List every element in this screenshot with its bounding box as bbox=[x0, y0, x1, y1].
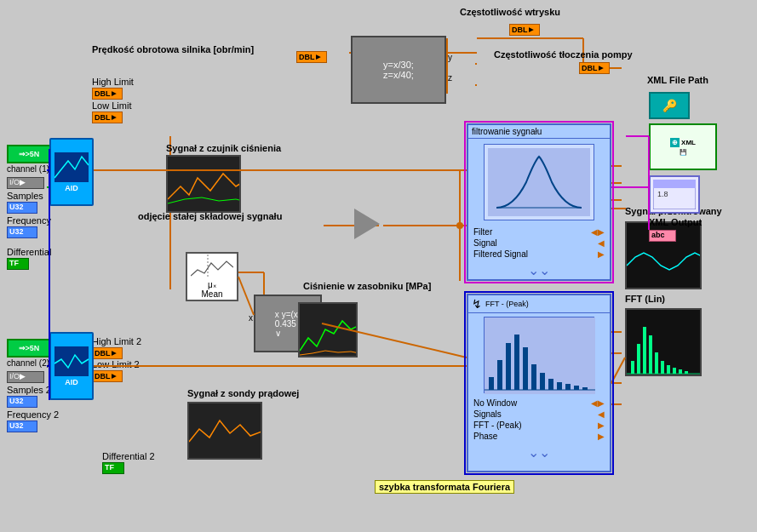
fft-block[interactable]: ↯ FFT - (Peak) bbox=[467, 294, 611, 472]
pump-freq-label: Częstotliwość tłoczenia pompy bbox=[494, 49, 633, 60]
numeric-block[interactable]: 1.8 bbox=[649, 175, 700, 214]
rpm-label: Prędkość obrotowa silnika [obr/min] bbox=[92, 44, 254, 54]
fft-lin-label: FFT (Lin) bbox=[625, 294, 665, 304]
pressure-chart2[interactable] bbox=[298, 302, 358, 358]
formula-block-1[interactable]: y=x/30; z=x/40; bbox=[351, 36, 446, 104]
aid-block-1[interactable]: AID bbox=[49, 138, 94, 206]
dbl-low-limit: DBL bbox=[92, 112, 123, 123]
filter-viz bbox=[484, 144, 594, 220]
svg-rect-60 bbox=[649, 335, 652, 374]
filter-title-area: filtrowanie sygnału bbox=[468, 125, 610, 139]
frequency2-label: Frequency 2 bbox=[7, 409, 59, 420]
fft-chevron: ⌄⌄ bbox=[528, 444, 550, 460]
svg-rect-62 bbox=[661, 361, 664, 374]
y-port-label: y bbox=[448, 53, 452, 62]
svg-rect-63 bbox=[667, 365, 670, 374]
diagram-canvas: Częstotliwość wtrysku Częstotliwość tłoc… bbox=[0, 0, 757, 532]
signal-pressure-label: Sygnał z czujnik ciśnienia bbox=[166, 143, 281, 153]
high-limit2-label: High Limit 2 bbox=[92, 336, 141, 346]
u32-samples: U32 bbox=[7, 202, 37, 214]
dbl-high-limit: DBL bbox=[92, 88, 123, 100]
samples2-label: Samples 2 bbox=[7, 385, 51, 395]
xml-save-icon: 💾 bbox=[680, 149, 687, 156]
dbl-injection: DBL bbox=[509, 24, 540, 36]
svg-rect-43 bbox=[489, 377, 494, 390]
channel2-label: channel (2) bbox=[7, 358, 49, 368]
fft-peak-label: FFT - (Peak) bbox=[473, 420, 521, 430]
mean-block[interactable]: μₓMean bbox=[186, 252, 238, 301]
differential2-label: Differential 2 bbox=[102, 451, 155, 461]
dbl-formula-out: DBL bbox=[296, 51, 327, 63]
fft-ports: No Window ◀▶ Signals ◀ FFT - (Peak) ▶ Ph… bbox=[468, 397, 610, 443]
dbl-high-limit2: DBL bbox=[92, 347, 123, 359]
filtered-signal-label: Filtered Signal bbox=[473, 249, 528, 259]
svg-rect-46 bbox=[514, 335, 519, 390]
current-chart[interactable] bbox=[187, 402, 262, 460]
svg-rect-58 bbox=[637, 344, 640, 374]
u32-samples2: U32 bbox=[7, 396, 37, 408]
samples-label: Samples bbox=[7, 191, 43, 201]
fft-title-area: ↯ FFT - (Peak) bbox=[468, 295, 610, 313]
fft-title-label: szybka transformata Fouriera bbox=[375, 480, 514, 494]
channel1-text: ⇒>5N bbox=[19, 150, 40, 158]
signal-port-label: Signal bbox=[473, 238, 497, 248]
no-window-label: No Window bbox=[473, 398, 517, 408]
fft-viz bbox=[484, 317, 594, 393]
svg-rect-61 bbox=[655, 352, 658, 374]
svg-rect-52 bbox=[565, 384, 571, 390]
x-port-label: x bbox=[249, 313, 253, 323]
fft-lin-chart[interactable] bbox=[625, 308, 702, 376]
injection-freq-label: Częstotliwość wtrysku bbox=[460, 7, 560, 17]
aid2-label: AID bbox=[65, 378, 78, 386]
aid-block-2[interactable]: AID bbox=[49, 332, 94, 400]
svg-rect-50 bbox=[548, 379, 553, 390]
xml-file-path-label: XML File Path bbox=[647, 75, 708, 85]
dbl-low-limit2: DBL bbox=[92, 370, 123, 382]
svg-rect-57 bbox=[631, 361, 634, 374]
channel1-label: channel (1) bbox=[7, 164, 49, 174]
xml-badge: XML bbox=[681, 139, 696, 146]
xml-block[interactable]: ⊕ XML 💾 bbox=[649, 123, 717, 170]
u32-frequency: U32 bbox=[7, 226, 37, 238]
filter-block[interactable]: filtrowanie sygnału Filter ◀▶ Signal ◀ F… bbox=[467, 123, 611, 281]
phase-label: Phase bbox=[473, 432, 497, 441]
svg-rect-44 bbox=[497, 360, 502, 390]
svg-rect-70 bbox=[653, 180, 696, 188]
svg-rect-59 bbox=[643, 327, 646, 374]
svg-rect-48 bbox=[531, 364, 536, 390]
svg-text:1.8: 1.8 bbox=[657, 190, 668, 198]
xml-output-label: XML Output bbox=[649, 217, 702, 227]
low-limit-label: Low Limit bbox=[92, 100, 131, 111]
channel2-text: ⇒>5N bbox=[19, 344, 40, 352]
filter-ports: Filter ◀▶ Signal ◀ Filtered Signal ▶ bbox=[468, 226, 610, 260]
signal-current-label: Sygnał z sondy prądowej bbox=[187, 388, 299, 398]
svg-line-76 bbox=[238, 277, 254, 315]
pressure-reservoir-label: Ciśnienie w zasobniku [MPa] bbox=[303, 281, 431, 291]
tf-differential2: TF bbox=[102, 462, 124, 474]
xml-file-icon[interactable]: 🔑 bbox=[649, 92, 690, 119]
svg-rect-65 bbox=[679, 369, 682, 374]
u32-frequency2: U32 bbox=[7, 420, 37, 432]
signals-label: Signals bbox=[473, 409, 502, 419]
z-port-label: z bbox=[448, 73, 452, 83]
channel1-block[interactable]: ⇒>5N bbox=[7, 145, 51, 163]
aid1-label: AID bbox=[65, 184, 78, 192]
pressure-chart[interactable] bbox=[166, 155, 241, 213]
high-limit-label: High Limit bbox=[92, 77, 134, 87]
io-badge2: I/O▶ bbox=[7, 371, 44, 383]
amplifier-symbol bbox=[354, 209, 380, 239]
svg-rect-51 bbox=[557, 382, 562, 390]
svg-rect-47 bbox=[523, 347, 528, 390]
channel2-block[interactable]: ⇒>5N bbox=[7, 339, 51, 358]
svg-rect-45 bbox=[506, 343, 511, 390]
tf-differential: TF bbox=[7, 258, 29, 270]
mean-label: μₓMean bbox=[201, 280, 222, 299]
svg-rect-64 bbox=[673, 368, 676, 374]
formula-1-text: y=x/30; z=x/40; bbox=[383, 60, 414, 80]
filter-chevron: ⌄⌄ bbox=[528, 262, 550, 278]
filter-port-label: Filter bbox=[473, 227, 492, 237]
dc-removal-label: odjęcie stałej składowej sygnału bbox=[138, 211, 282, 221]
differential-label: Differential bbox=[7, 247, 51, 257]
low-limit2-label: Low Limit 2 bbox=[92, 359, 140, 369]
frequency-label: Frequency bbox=[7, 215, 51, 226]
